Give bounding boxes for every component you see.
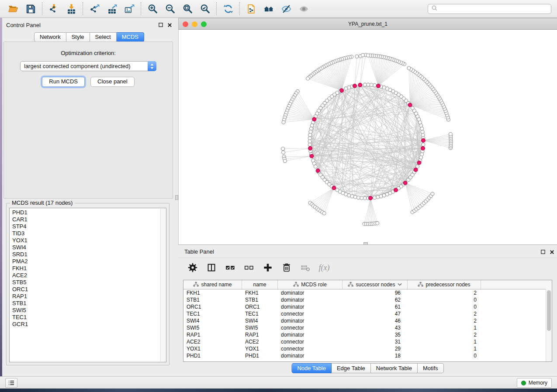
mcds-result-item[interactable]: YOX1 bbox=[12, 237, 166, 244]
mcds-hub-node[interactable] bbox=[414, 168, 418, 172]
column-header-name[interactable]: name bbox=[242, 280, 278, 289]
mcds-hub-node[interactable] bbox=[308, 146, 312, 150]
table-row[interactable]: ORC1ORC1dominator610 bbox=[183, 303, 552, 310]
network-node[interactable] bbox=[344, 87, 348, 90]
mcds-result-item[interactable]: GCR1 bbox=[12, 321, 166, 328]
network-leaf-node[interactable] bbox=[282, 120, 285, 124]
network-node[interactable] bbox=[370, 83, 373, 87]
network-node[interactable] bbox=[373, 83, 377, 87]
network-node[interactable] bbox=[416, 165, 419, 168]
mcds-result-item[interactable]: SWI4 bbox=[12, 244, 166, 251]
tab-node-table[interactable]: Node Table bbox=[291, 363, 332, 373]
table-row[interactable]: FKH1FKH1dominator962 bbox=[183, 289, 552, 296]
network-node[interactable] bbox=[373, 196, 377, 199]
hide-selected-icon[interactable] bbox=[280, 2, 293, 15]
network-leaf-node[interactable] bbox=[283, 159, 287, 163]
mcds-result-item[interactable]: ORC1 bbox=[12, 286, 166, 293]
mcds-hub-node[interactable] bbox=[394, 188, 398, 192]
mcds-hub-node[interactable] bbox=[358, 83, 362, 87]
mcds-result-item[interactable]: STP4 bbox=[12, 223, 166, 230]
table-row[interactable]: TEC1TEC1connector472 bbox=[183, 310, 552, 317]
network-node[interactable] bbox=[367, 83, 370, 86]
save-session-icon[interactable] bbox=[24, 2, 37, 15]
float-table-panel-icon[interactable] bbox=[540, 249, 546, 255]
network-node[interactable] bbox=[360, 196, 363, 200]
table-row[interactable]: ACE2ACE2connector311 bbox=[183, 338, 552, 345]
delete-column-icon[interactable] bbox=[281, 262, 292, 273]
table-scrollbar[interactable] bbox=[546, 289, 552, 361]
network-node[interactable] bbox=[308, 140, 311, 143]
tab-motifs[interactable]: Motifs bbox=[418, 363, 444, 373]
zoom-in-icon[interactable] bbox=[146, 2, 159, 15]
open-file-icon[interactable] bbox=[7, 2, 20, 15]
table-mode-icon[interactable] bbox=[187, 262, 198, 273]
mcds-hub-node[interactable] bbox=[422, 138, 426, 142]
mcds-hub-node[interactable] bbox=[310, 154, 314, 158]
network-node[interactable] bbox=[411, 107, 414, 110]
network-node[interactable] bbox=[309, 130, 312, 134]
mcds-hub-node[interactable] bbox=[421, 146, 425, 150]
network-node[interactable] bbox=[308, 137, 311, 140]
network-leaf-node[interactable] bbox=[355, 55, 359, 58]
mcds-hub-node[interactable] bbox=[369, 196, 373, 200]
mcds-result-item[interactable]: TEC1 bbox=[12, 314, 166, 321]
network-leaf-node[interactable] bbox=[281, 147, 285, 151]
mcds-result-scrollbar[interactable] bbox=[160, 209, 166, 361]
network-node[interactable] bbox=[357, 196, 360, 199]
panel-menu-button[interactable] bbox=[5, 378, 17, 388]
mcds-result-item[interactable]: STB5 bbox=[12, 279, 166, 286]
mcds-hub-node[interactable] bbox=[403, 181, 407, 185]
network-node[interactable] bbox=[308, 143, 311, 146]
network-leaf-node[interactable] bbox=[282, 151, 285, 154]
mcds-hub-node[interactable] bbox=[340, 89, 344, 93]
network-node[interactable] bbox=[363, 196, 367, 200]
duplicate-network-icon[interactable] bbox=[245, 2, 258, 15]
mcds-result-item[interactable]: ACE2 bbox=[12, 272, 166, 279]
import-network-icon[interactable] bbox=[47, 2, 60, 15]
select-all-icon[interactable] bbox=[225, 262, 236, 273]
column-header-mcds-role[interactable]: MCDS role bbox=[278, 280, 343, 289]
mcds-hub-node[interactable] bbox=[353, 84, 357, 88]
column-header-successor-nodes[interactable]: successor nodes bbox=[343, 280, 408, 289]
table-row[interactable]: RAP1RAP1dominator352 bbox=[183, 331, 552, 338]
mcds-hub-node[interactable] bbox=[316, 169, 320, 173]
export-network-icon[interactable] bbox=[88, 2, 101, 15]
table-row[interactable]: YOX1YOX1connector291 bbox=[183, 345, 552, 352]
network-leaf-node[interactable] bbox=[361, 53, 364, 57]
tab-style[interactable]: Style bbox=[66, 32, 90, 42]
vertical-splitter-handle[interactable] bbox=[175, 195, 178, 200]
table-row[interactable]: SWI4SWI4dominator462 bbox=[183, 317, 552, 324]
network-node[interactable] bbox=[309, 127, 313, 131]
network-leaf-node[interactable] bbox=[306, 77, 310, 80]
mcds-result-item[interactable]: STB1 bbox=[12, 300, 166, 307]
close-table-panel-icon[interactable] bbox=[549, 249, 555, 255]
search-input[interactable] bbox=[440, 6, 551, 13]
network-node[interactable] bbox=[308, 133, 312, 137]
network-leaf-node[interactable] bbox=[449, 132, 452, 136]
network-leaf-node[interactable] bbox=[407, 66, 411, 70]
network-leaf-node[interactable] bbox=[431, 192, 434, 196]
network-leaf-node[interactable] bbox=[322, 212, 326, 215]
table-row[interactable]: PHD1PHD1dominator180 bbox=[183, 352, 552, 359]
zoom-fit-icon[interactable] bbox=[181, 2, 194, 15]
export-table-icon[interactable] bbox=[105, 2, 118, 15]
network-node[interactable] bbox=[421, 130, 424, 134]
table-row[interactable]: SWI5SWI5connector431 bbox=[183, 324, 552, 331]
network-node[interactable] bbox=[363, 83, 367, 86]
zoom-selected-icon[interactable] bbox=[198, 2, 211, 15]
mcds-result-item[interactable]: SWI5 bbox=[12, 307, 166, 314]
network-node[interactable] bbox=[422, 143, 425, 146]
mcds-hub-node[interactable] bbox=[417, 161, 421, 165]
search-box[interactable] bbox=[428, 4, 551, 14]
tab-network-table[interactable]: Network Table bbox=[371, 363, 418, 373]
column-header-predecessor-nodes[interactable]: predecessor nodes bbox=[408, 280, 481, 289]
network-node[interactable] bbox=[420, 152, 424, 156]
export-image-icon[interactable] bbox=[123, 2, 136, 15]
network-leaf-node[interactable] bbox=[366, 54, 370, 57]
show-columns-icon[interactable] bbox=[206, 262, 217, 273]
network-window-titlebar[interactable]: YPA_prune.txt_1 bbox=[178, 18, 557, 30]
mcds-result-item[interactable]: RAP1 bbox=[12, 293, 166, 300]
tab-mcds[interactable]: MCDS bbox=[117, 32, 144, 42]
show-all-icon[interactable] bbox=[297, 2, 310, 15]
close-panel-button[interactable]: Close panel bbox=[90, 77, 135, 87]
